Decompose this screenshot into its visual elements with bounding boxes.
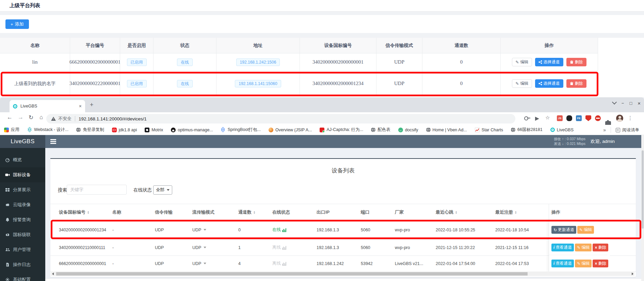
search-label: 搜索 xyxy=(58,187,67,193)
reload-button[interactable]: ↻ xyxy=(29,114,33,121)
platform-toolbar: + 添加 xyxy=(0,15,644,33)
sidebar-item-split-screen[interactable]: 分屏展示 xyxy=(0,182,45,197)
bookmark-jsip[interactable]: Overview (JSIP A... xyxy=(269,128,312,132)
col-gb-id[interactable]: 设备国标编号▲▼ xyxy=(59,204,110,220)
offline-status: 离线 xyxy=(272,245,286,250)
edit-button[interactable]: ✎编辑 xyxy=(575,260,592,267)
cell-port: 5060 xyxy=(361,239,391,255)
delete-button[interactable]: ×删除 xyxy=(593,244,608,251)
github-icon xyxy=(171,128,176,132)
col-header-gb-no: 设备国标编号 xyxy=(300,38,376,53)
view-channels-button[interactable]: i查看通道 xyxy=(551,260,574,267)
bookmark-vben[interactable]: Home | Vben Ad... xyxy=(426,128,467,132)
edit-button[interactable]: ✎编辑 xyxy=(575,244,592,251)
bookmark-springboot[interactable]: SpringBoot打包... xyxy=(221,127,261,133)
bookmark-palette[interactable]: 配色表 xyxy=(371,127,390,133)
sidebar-item-overview[interactable]: 概览 xyxy=(0,152,45,167)
extension-blue-icon[interactable]: FE xyxy=(576,115,582,121)
stream-mode-dropdown[interactable]: UDP xyxy=(192,255,233,271)
sidebar-item-user-management[interactable]: 用户管理 xyxy=(0,242,45,257)
sidebar-item-cloud-recording[interactable]: 云端录像 xyxy=(0,197,45,212)
stream-mode-dropdown[interactable]: UDP xyxy=(192,220,233,239)
bookmark-starcharts[interactable]: Star Charts xyxy=(475,128,503,132)
bookmark-star-icon[interactable]: ☆ xyxy=(545,115,550,121)
select-channel-button[interactable]: 选择通道 xyxy=(535,79,563,88)
add-button[interactable]: + 添加 xyxy=(5,19,29,29)
pencil-icon: ✎ xyxy=(515,81,519,86)
edit-button[interactable]: ✎编辑 xyxy=(512,58,532,66)
extension-shield-icon[interactable] xyxy=(585,115,591,121)
sidebar-item-gb-devices[interactable]: 国标设备 xyxy=(0,167,45,182)
col-heartbeat[interactable]: 最近心跳▲▼ xyxy=(436,204,492,220)
select-channel-button[interactable]: 选择通道 xyxy=(535,58,563,66)
dashboard-icon xyxy=(5,158,10,162)
new-tab-button[interactable]: + xyxy=(90,101,94,109)
bookmark-gb28181[interactable]: 66国标28181 xyxy=(511,127,543,133)
window-close-button[interactable]: × xyxy=(638,100,641,106)
forward-button[interactable]: → xyxy=(18,114,23,121)
layers-icon xyxy=(221,128,226,132)
tab-close-icon[interactable]: × xyxy=(79,103,82,109)
vertical-scrollbar[interactable] xyxy=(641,135,644,281)
extension-blocker-icon[interactable] xyxy=(595,115,601,121)
sidebar-item-operation-log[interactable]: 操作日志 xyxy=(0,257,45,272)
col-header-name: 名称 xyxy=(0,38,70,53)
bookmark-optimus[interactable]: optimus-manage... xyxy=(171,128,213,132)
video-camera-icon xyxy=(5,172,10,177)
browser-tab[interactable]: LiveGBS × xyxy=(10,100,85,112)
edit-button[interactable]: ✎编辑 xyxy=(512,79,532,88)
bookmark-docsify[interactable]: docsify xyxy=(398,128,418,132)
scroll-left-arrow-icon[interactable] xyxy=(52,272,54,275)
password-key-icon[interactable] xyxy=(524,116,528,120)
online-status-select[interactable]: 全部 xyxy=(153,185,172,195)
bookmark-apps[interactable]: 应用 xyxy=(4,127,19,133)
bookmark-motrix[interactable]: Motrix xyxy=(145,128,163,132)
browser-menu-kebab-icon[interactable]: ⋮ xyxy=(628,115,633,121)
search-input[interactable] xyxy=(67,185,127,195)
vertical-scrollbar-thumb[interactable] xyxy=(642,150,644,229)
delete-button[interactable]: ×删除 xyxy=(593,260,608,267)
cell-heartbeat: 2021-12-15 11:20:22 xyxy=(436,239,492,255)
scroll-right-arrow-icon[interactable] xyxy=(632,272,633,275)
sidebar-item-alarm-query[interactable]: 报警查询 xyxy=(0,212,45,227)
col-stream: 流传输模式 xyxy=(192,204,233,220)
cell-channels: 0 xyxy=(422,71,500,96)
security-label: 不安全 xyxy=(58,116,71,122)
stream-mode-dropdown[interactable]: UDP xyxy=(192,239,233,255)
col-channels[interactable]: 通道数▲▼ xyxy=(238,204,269,220)
bookmark-livegbs[interactable]: LiveGBS xyxy=(550,128,574,132)
edit-button[interactable]: ✎编辑 xyxy=(577,226,594,234)
reading-list-button[interactable]: 阅读清单 xyxy=(616,127,639,133)
bookmark-ajcaptcha[interactable]: AJ-Captcha: 行为... xyxy=(320,127,363,133)
cell-sip: UDP xyxy=(155,220,189,239)
sidebar-toggle-hamburger-icon[interactable] xyxy=(50,139,56,140)
window-chevron-icon[interactable] xyxy=(612,100,617,104)
bookmark-copy[interactable]: 免登录复制 xyxy=(76,127,104,133)
window-minimize-button[interactable]: − xyxy=(622,101,624,106)
horizontal-scrollbar-thumb[interactable] xyxy=(56,272,528,276)
view-channels-button[interactable]: i查看通道 xyxy=(551,244,574,251)
home-button[interactable]: ⌂ xyxy=(39,114,43,121)
bookmark-webstack[interactable]: Webstack - 设计... xyxy=(27,127,68,133)
sidebar-item-gb-cascade[interactable]: 国标级联 xyxy=(0,227,45,242)
url-input[interactable]: 不安全 192.168.1.141:20000/#/devices/1 xyxy=(46,114,515,123)
offline-status: 离线 xyxy=(272,261,286,266)
update-channels-button[interactable]: ↻更新通道 xyxy=(551,226,576,234)
back-button[interactable]: ← xyxy=(7,114,13,121)
sidebar-item-basic-config[interactable]: 基础配置 xyxy=(0,272,45,281)
captcha-icon xyxy=(320,128,324,132)
extension-js-icon[interactable]: JS xyxy=(557,115,563,121)
horizontal-scrollbar[interactable] xyxy=(51,271,634,276)
reading-list-icon xyxy=(616,128,620,132)
cell-name: 上级看到的我的名字 xyxy=(0,71,70,96)
send-to-device-icon[interactable] xyxy=(535,117,539,121)
delete-button[interactable]: 删除 xyxy=(566,79,586,88)
delete-button[interactable]: 删除 xyxy=(566,58,586,66)
col-registered[interactable]: 最近注册▲▼ xyxy=(495,204,546,220)
welcome-user[interactable]: 欢迎, admin xyxy=(591,138,615,145)
extension-dark-icon[interactable] xyxy=(566,115,572,121)
bookmark-jdk[interactable]: jdk1.8 api xyxy=(112,128,137,132)
window-maximize-button[interactable]: □ xyxy=(629,101,632,106)
profile-avatar[interactable] xyxy=(616,115,623,122)
bookmarks-overflow-chevrons[interactable]: » xyxy=(603,127,606,133)
